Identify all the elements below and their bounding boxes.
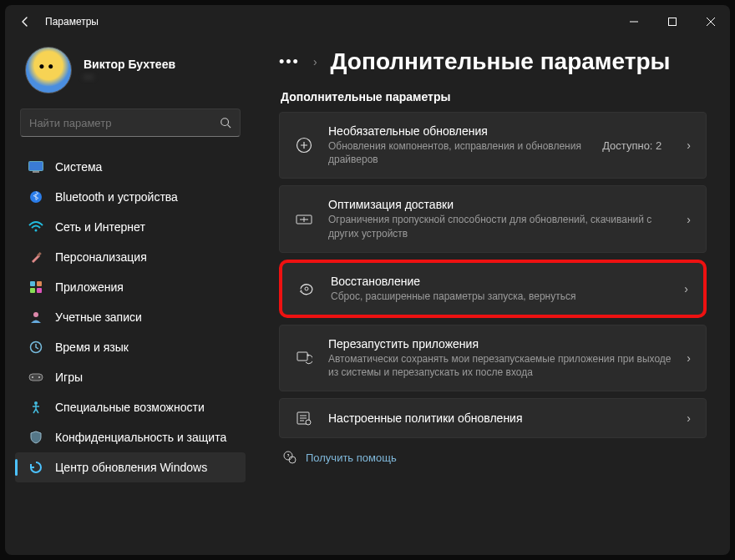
sidebar-item-update[interactable]: Центр обновления Windows bbox=[15, 452, 246, 482]
gaming-icon bbox=[28, 370, 43, 385]
shield-icon bbox=[28, 430, 43, 445]
svg-rect-12 bbox=[37, 288, 42, 293]
sidebar-item-label: Bluetooth и устройства bbox=[55, 190, 178, 204]
card-title: Необязательные обновления bbox=[328, 124, 587, 138]
svg-point-7 bbox=[35, 230, 38, 232]
back-button[interactable] bbox=[12, 8, 38, 35]
card-sub: Ограничения пропускной способности для о… bbox=[328, 213, 672, 240]
bluetooth-icon bbox=[28, 189, 43, 204]
sidebar-item-bluetooth[interactable]: Bluetooth и устройства bbox=[15, 182, 246, 212]
sidebar-item-label: Конфиденциальность и защита bbox=[55, 431, 226, 444]
svg-point-17 bbox=[38, 376, 40, 378]
nav: Система Bluetooth и устройства Сеть и Ин… bbox=[10, 152, 251, 482]
sidebar-item-network[interactable]: Сеть и Интернет bbox=[15, 212, 246, 242]
card-trail: Доступно: 2 bbox=[602, 139, 662, 152]
svg-rect-4 bbox=[29, 162, 43, 171]
sidebar-item-system[interactable]: Система bbox=[15, 152, 246, 182]
breadcrumb: ••• › Дополнительные параметры bbox=[279, 48, 707, 75]
sidebar-item-accounts[interactable]: Учетные записи bbox=[15, 302, 246, 332]
chevron-right-icon: › bbox=[687, 351, 691, 365]
svg-rect-5 bbox=[33, 171, 39, 173]
window-controls bbox=[615, 5, 730, 38]
content: Виктор Бухтеев — Система Bluetooth и уст… bbox=[5, 38, 730, 555]
sidebar-item-accessibility[interactable]: Специальные возможности bbox=[15, 392, 246, 422]
avatar bbox=[25, 47, 72, 93]
card-recovery[interactable]: Восстановление Сброс, расширенные параме… bbox=[279, 260, 707, 318]
sidebar-item-label: Игры bbox=[55, 371, 83, 384]
svg-point-13 bbox=[33, 312, 38, 317]
profile-name: Виктор Бухтеев bbox=[84, 58, 175, 71]
sidebar-item-label: Приложения bbox=[55, 280, 124, 294]
svg-rect-1 bbox=[669, 18, 677, 26]
search-input[interactable] bbox=[29, 117, 220, 129]
profile[interactable]: Виктор Бухтеев — bbox=[10, 38, 251, 108]
card-update-policies[interactable]: Настроенные политики обновления › bbox=[279, 398, 707, 438]
svg-point-2 bbox=[221, 119, 229, 126]
clock-icon bbox=[28, 340, 43, 355]
sidebar-item-privacy[interactable]: Конфиденциальность и защита bbox=[15, 422, 246, 452]
card-title: Восстановление bbox=[331, 275, 669, 288]
card-sub: Автоматически сохранять мои перезапускае… bbox=[328, 352, 672, 379]
sidebar-item-time[interactable]: Время и язык bbox=[15, 332, 246, 362]
card-title: Перезапустить приложения bbox=[328, 337, 672, 351]
titlebar: Параметры bbox=[5, 5, 730, 38]
maximize-button[interactable] bbox=[653, 5, 692, 38]
card-optional-updates[interactable]: Необязательные обновления Обновления ком… bbox=[279, 112, 707, 179]
breadcrumb-more[interactable]: ••• bbox=[279, 53, 300, 71]
sidebar-item-label: Система bbox=[55, 160, 102, 174]
chevron-right-icon: › bbox=[313, 55, 317, 68]
apps-icon bbox=[28, 280, 43, 295]
update-icon bbox=[28, 460, 43, 475]
delivery-icon bbox=[295, 213, 313, 226]
sidebar-item-label: Учетные записи bbox=[55, 310, 142, 324]
card-delivery-optimization[interactable]: Оптимизация доставки Ограничения пропуск… bbox=[279, 185, 707, 252]
wifi-icon bbox=[28, 219, 43, 235]
card-sub: Обновления компонентов, исправления и об… bbox=[328, 139, 587, 166]
window-title: Параметры bbox=[45, 16, 99, 28]
svg-line-3 bbox=[228, 125, 231, 129]
svg-rect-22 bbox=[297, 352, 307, 361]
recovery-icon bbox=[297, 281, 316, 296]
accessibility-icon bbox=[28, 400, 43, 415]
sidebar-item-apps[interactable]: Приложения bbox=[15, 272, 246, 302]
restart-apps-icon bbox=[295, 351, 313, 366]
card-sub: Сброс, расширенные параметры запуска, ве… bbox=[331, 290, 669, 303]
svg-point-21 bbox=[305, 287, 308, 290]
main: ••• › Дополнительные параметры Дополните… bbox=[256, 38, 730, 555]
help-icon bbox=[282, 450, 297, 465]
minimize-button[interactable] bbox=[615, 5, 653, 38]
svg-rect-15 bbox=[29, 374, 43, 381]
close-button[interactable] bbox=[692, 5, 730, 38]
sidebar-item-label: Сеть и Интернет bbox=[55, 220, 145, 234]
chevron-right-icon: › bbox=[687, 213, 691, 226]
svg-point-18 bbox=[34, 401, 38, 405]
help-label: Получить помощь bbox=[306, 452, 397, 464]
chevron-right-icon: › bbox=[687, 411, 691, 425]
svg-rect-10 bbox=[37, 281, 42, 286]
chevron-right-icon: › bbox=[687, 139, 691, 152]
policies-icon bbox=[295, 411, 313, 426]
brush-icon bbox=[28, 250, 43, 265]
search-icon bbox=[220, 117, 231, 129]
sidebar: Виктор Бухтеев — Система Bluetooth и уст… bbox=[5, 38, 256, 555]
profile-email: — bbox=[84, 71, 175, 83]
sidebar-item-label: Специальные возможности bbox=[55, 401, 205, 414]
sidebar-item-label: Персонализация bbox=[55, 250, 147, 264]
svg-point-24 bbox=[306, 420, 311, 425]
system-icon bbox=[28, 159, 43, 174]
svg-point-16 bbox=[32, 376, 33, 378]
section-title: Дополнительные параметры bbox=[281, 90, 707, 103]
get-help[interactable]: Получить помощь bbox=[282, 450, 707, 465]
sidebar-item-label: Центр обновления Windows bbox=[55, 461, 207, 474]
sidebar-item-personalization[interactable]: Персонализация bbox=[15, 242, 246, 272]
search-box[interactable] bbox=[20, 108, 241, 137]
plus-circle-icon bbox=[295, 137, 313, 154]
settings-window: Параметры Виктор Бухтеев — Си bbox=[5, 5, 730, 555]
svg-rect-11 bbox=[30, 288, 35, 293]
page-title: Дополнительные параметры bbox=[331, 48, 671, 75]
card-title: Оптимизация доставки bbox=[328, 198, 672, 211]
sidebar-item-gaming[interactable]: Игры bbox=[15, 362, 246, 392]
svg-rect-9 bbox=[30, 281, 35, 286]
user-icon bbox=[28, 310, 43, 325]
card-restart-apps[interactable]: Перезапустить приложения Автоматически с… bbox=[279, 325, 707, 391]
